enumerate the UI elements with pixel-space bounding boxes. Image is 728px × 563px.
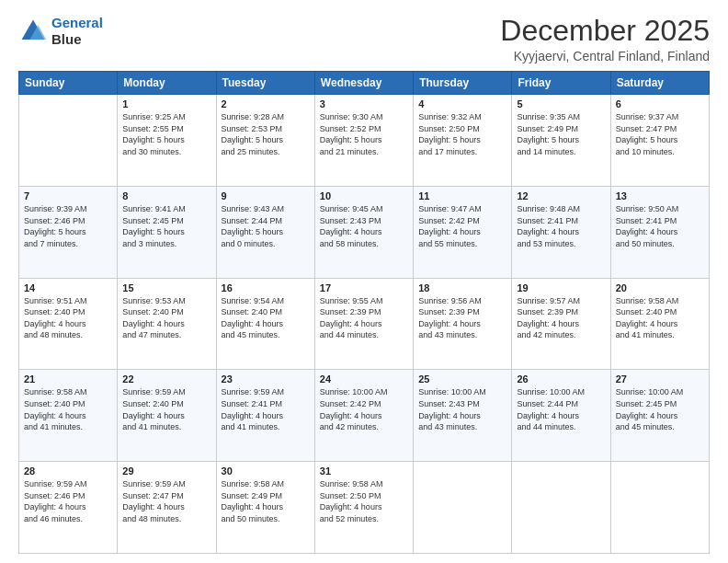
day-number: 22 — [122, 373, 210, 385]
day-number: 18 — [418, 282, 506, 293]
day-number: 26 — [517, 373, 605, 385]
day-number: 15 — [122, 282, 210, 293]
day-number: 9 — [222, 190, 310, 201]
weekday-header-cell: Tuesday — [216, 72, 314, 95]
day-number: 20 — [616, 282, 704, 293]
calendar-cell: 20Sunrise: 9:58 AM Sunset: 2:40 PM Dayli… — [610, 278, 709, 370]
day-number: 21 — [24, 373, 112, 385]
day-info: Sunrise: 9:55 AM Sunset: 2:39 PM Dayligh… — [320, 295, 408, 341]
day-number: 7 — [24, 190, 112, 201]
day-number: 8 — [122, 190, 210, 201]
day-info: Sunrise: 9:39 AM Sunset: 2:46 PM Dayligh… — [24, 203, 112, 249]
calendar-cell: 13Sunrise: 9:50 AM Sunset: 2:41 PM Dayli… — [610, 186, 709, 278]
calendar-cell: 28Sunrise: 9:59 AM Sunset: 2:46 PM Dayli… — [19, 462, 118, 554]
day-number: 3 — [320, 98, 408, 109]
calendar-cell: 29Sunrise: 9:59 AM Sunset: 2:47 PM Dayli… — [118, 462, 216, 554]
calendar-cell: 4Sunrise: 9:32 AM Sunset: 2:50 PM Daylig… — [414, 95, 512, 187]
calendar-cell: 18Sunrise: 9:56 AM Sunset: 2:39 PM Dayli… — [414, 278, 512, 370]
day-info: Sunrise: 9:51 AM Sunset: 2:40 PM Dayligh… — [24, 295, 112, 341]
subtitle: Kyyjaervi, Central Finland, Finland — [500, 49, 710, 63]
calendar-cell: 12Sunrise: 9:48 AM Sunset: 2:41 PM Dayli… — [512, 186, 610, 278]
day-number: 12 — [517, 190, 605, 201]
day-info: Sunrise: 9:35 AM Sunset: 2:49 PM Dayligh… — [517, 111, 605, 157]
title-block: December 2025 Kyyjaervi, Central Finland… — [500, 15, 710, 63]
calendar-cell: 14Sunrise: 9:51 AM Sunset: 2:40 PM Dayli… — [19, 278, 118, 370]
calendar-cell — [414, 462, 512, 554]
calendar-cell: 19Sunrise: 9:57 AM Sunset: 2:39 PM Dayli… — [512, 278, 610, 370]
calendar-cell: 17Sunrise: 9:55 AM Sunset: 2:39 PM Dayli… — [314, 278, 413, 370]
day-info: Sunrise: 9:43 AM Sunset: 2:44 PM Dayligh… — [222, 203, 310, 249]
day-info: Sunrise: 9:57 AM Sunset: 2:39 PM Dayligh… — [517, 295, 605, 341]
day-info: Sunrise: 9:59 AM Sunset: 2:46 PM Dayligh… — [24, 478, 112, 524]
calendar-cell: 10Sunrise: 9:45 AM Sunset: 2:43 PM Dayli… — [314, 186, 413, 278]
day-info: Sunrise: 9:50 AM Sunset: 2:41 PM Dayligh… — [616, 203, 704, 249]
calendar-cell — [512, 462, 610, 554]
calendar-cell: 6Sunrise: 9:37 AM Sunset: 2:47 PM Daylig… — [610, 95, 709, 187]
calendar-cell: 1Sunrise: 9:25 AM Sunset: 2:55 PM Daylig… — [118, 95, 216, 187]
logo: General Blue — [18, 15, 103, 48]
weekday-header-cell: Sunday — [19, 72, 118, 95]
calendar-cell: 23Sunrise: 9:59 AM Sunset: 2:41 PM Dayli… — [216, 370, 314, 462]
day-info: Sunrise: 9:59 AM Sunset: 2:41 PM Dayligh… — [222, 386, 310, 432]
weekday-header-cell: Monday — [118, 72, 216, 95]
day-info: Sunrise: 9:56 AM Sunset: 2:39 PM Dayligh… — [418, 295, 506, 341]
calendar-cell — [19, 95, 118, 187]
day-info: Sunrise: 9:54 AM Sunset: 2:40 PM Dayligh… — [222, 295, 310, 341]
day-info: Sunrise: 9:30 AM Sunset: 2:52 PM Dayligh… — [320, 111, 408, 157]
day-info: Sunrise: 9:59 AM Sunset: 2:47 PM Dayligh… — [122, 478, 210, 524]
day-number: 5 — [517, 98, 605, 109]
calendar-cell: 5Sunrise: 9:35 AM Sunset: 2:49 PM Daylig… — [512, 95, 610, 187]
day-info: Sunrise: 9:58 AM Sunset: 2:40 PM Dayligh… — [616, 295, 704, 341]
main-title: December 2025 — [500, 15, 710, 47]
calendar-body: 1Sunrise: 9:25 AM Sunset: 2:55 PM Daylig… — [19, 95, 710, 554]
calendar-cell: 26Sunrise: 10:00 AM Sunset: 2:44 PM Dayl… — [512, 370, 610, 462]
logo-text: General Blue — [51, 15, 103, 48]
calendar-cell: 27Sunrise: 10:00 AM Sunset: 2:45 PM Dayl… — [610, 370, 709, 462]
day-info: Sunrise: 9:48 AM Sunset: 2:41 PM Dayligh… — [517, 203, 605, 249]
day-info: Sunrise: 10:00 AM Sunset: 2:43 PM Daylig… — [418, 386, 506, 432]
calendar-cell: 8Sunrise: 9:41 AM Sunset: 2:45 PM Daylig… — [118, 186, 216, 278]
logo-icon — [18, 17, 48, 46]
weekday-header-cell: Saturday — [610, 72, 709, 95]
weekday-header-row: SundayMondayTuesdayWednesdayThursdayFrid… — [19, 72, 710, 95]
day-info: Sunrise: 10:00 AM Sunset: 2:45 PM Daylig… — [616, 386, 704, 432]
calendar-cell: 15Sunrise: 9:53 AM Sunset: 2:40 PM Dayli… — [118, 278, 216, 370]
calendar-cell: 30Sunrise: 9:58 AM Sunset: 2:49 PM Dayli… — [216, 462, 314, 554]
day-number: 2 — [222, 98, 310, 109]
day-info: Sunrise: 9:58 AM Sunset: 2:50 PM Dayligh… — [320, 478, 408, 524]
calendar-cell: 31Sunrise: 9:58 AM Sunset: 2:50 PM Dayli… — [314, 462, 413, 554]
calendar-cell: 11Sunrise: 9:47 AM Sunset: 2:42 PM Dayli… — [414, 186, 512, 278]
day-info: Sunrise: 10:00 AM Sunset: 2:44 PM Daylig… — [517, 386, 605, 432]
calendar-cell: 22Sunrise: 9:59 AM Sunset: 2:40 PM Dayli… — [118, 370, 216, 462]
day-info: Sunrise: 9:58 AM Sunset: 2:49 PM Dayligh… — [222, 478, 310, 524]
day-number: 1 — [122, 98, 210, 109]
calendar-week-row: 1Sunrise: 9:25 AM Sunset: 2:55 PM Daylig… — [19, 95, 710, 187]
calendar-cell: 2Sunrise: 9:28 AM Sunset: 2:53 PM Daylig… — [216, 95, 314, 187]
day-number: 6 — [616, 98, 704, 109]
day-info: Sunrise: 9:41 AM Sunset: 2:45 PM Dayligh… — [122, 203, 210, 249]
day-info: Sunrise: 9:47 AM Sunset: 2:42 PM Dayligh… — [418, 203, 506, 249]
day-number: 11 — [418, 190, 506, 201]
calendar-cell: 3Sunrise: 9:30 AM Sunset: 2:52 PM Daylig… — [314, 95, 413, 187]
weekday-header-cell: Thursday — [414, 72, 512, 95]
day-info: Sunrise: 9:45 AM Sunset: 2:43 PM Dayligh… — [320, 203, 408, 249]
weekday-header-cell: Wednesday — [314, 72, 413, 95]
day-info: Sunrise: 9:37 AM Sunset: 2:47 PM Dayligh… — [616, 111, 704, 157]
calendar-cell: 21Sunrise: 9:58 AM Sunset: 2:40 PM Dayli… — [19, 370, 118, 462]
day-number: 17 — [320, 282, 408, 293]
calendar-cell: 25Sunrise: 10:00 AM Sunset: 2:43 PM Dayl… — [414, 370, 512, 462]
day-info: Sunrise: 10:00 AM Sunset: 2:42 PM Daylig… — [320, 386, 408, 432]
calendar-cell — [610, 462, 709, 554]
day-info: Sunrise: 9:28 AM Sunset: 2:53 PM Dayligh… — [222, 111, 310, 157]
calendar-week-row: 7Sunrise: 9:39 AM Sunset: 2:46 PM Daylig… — [19, 186, 710, 278]
day-number: 4 — [418, 98, 506, 109]
day-info: Sunrise: 9:25 AM Sunset: 2:55 PM Dayligh… — [122, 111, 210, 157]
day-number: 24 — [320, 373, 408, 385]
day-number: 19 — [517, 282, 605, 293]
weekday-header-cell: Friday — [512, 72, 610, 95]
day-number: 31 — [320, 465, 408, 477]
day-info: Sunrise: 9:32 AM Sunset: 2:50 PM Dayligh… — [418, 111, 506, 157]
day-number: 30 — [222, 465, 310, 477]
day-number: 23 — [222, 373, 310, 385]
day-info: Sunrise: 9:59 AM Sunset: 2:40 PM Dayligh… — [122, 386, 210, 432]
